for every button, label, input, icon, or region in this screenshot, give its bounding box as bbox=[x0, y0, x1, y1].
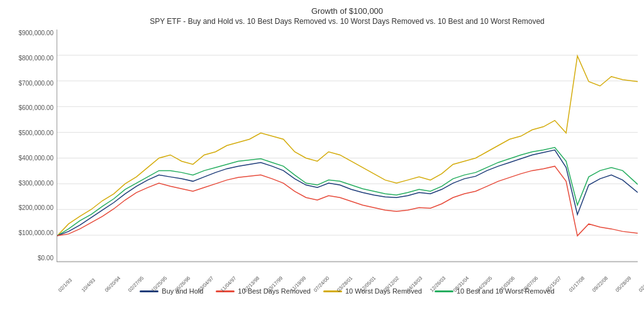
y-axis-label: $800,000.00 bbox=[2, 55, 53, 62]
chart-area: $900,000.00$800,000.00$700,000.00$600,00… bbox=[57, 30, 638, 262]
y-axis-labels: $900,000.00$800,000.00$700,000.00$600,00… bbox=[2, 30, 53, 262]
best-removed-line bbox=[57, 166, 638, 236]
x-axis-label: 02/01/10 bbox=[638, 275, 644, 293]
y-axis-label: $300,000.00 bbox=[2, 180, 53, 187]
buy-hold-line bbox=[57, 150, 638, 236]
legend-buy-hold: Buy and Hold bbox=[140, 287, 203, 295]
chart-svg bbox=[57, 30, 638, 262]
y-axis-label: $600,000.00 bbox=[2, 104, 53, 111]
y-axis-label: $700,000.00 bbox=[2, 80, 53, 87]
y-axis-label: $900,000.00 bbox=[2, 30, 53, 36]
legend-both-removed-line bbox=[435, 290, 453, 292]
y-axis-label: $200,000.00 bbox=[2, 204, 53, 211]
y-axis-label: $0.00 bbox=[2, 255, 53, 262]
chart-subtitle: SPY ETF - Buy and Hold vs. 10 Best Days … bbox=[57, 17, 638, 26]
y-axis-label: $100,000.00 bbox=[2, 229, 53, 236]
both-removed-line bbox=[57, 147, 638, 236]
chart-container: Growth of $100,000 SPY ETF - Buy and Hol… bbox=[0, 0, 644, 325]
worst-removed-line bbox=[57, 56, 638, 236]
y-axis-label: $500,000.00 bbox=[2, 129, 53, 136]
chart-title: Growth of $100,000 bbox=[57, 6, 638, 16]
y-axis-label: $400,000.00 bbox=[2, 155, 53, 162]
